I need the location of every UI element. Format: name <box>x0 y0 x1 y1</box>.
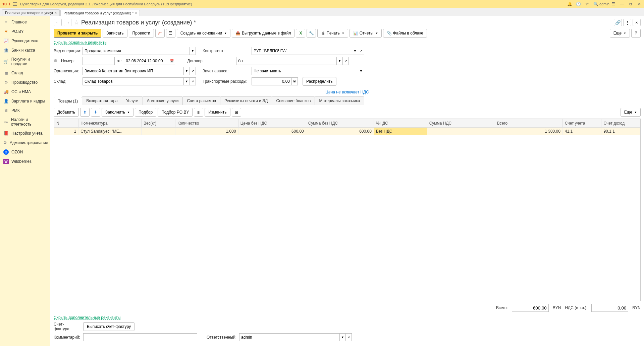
hide-main-link[interactable]: Скрыть основные реквизиты <box>54 40 107 45</box>
settings-icon[interactable]: ☰ <box>610 1 616 7</box>
tab-print[interactable]: Реквизиты печати и ЭД <box>220 96 272 105</box>
dropdown-icon[interactable]: ▼ <box>358 67 364 75</box>
save-button[interactable]: Записать <box>103 29 127 38</box>
grid-icon[interactable]: ⊞ <box>232 108 241 117</box>
history-icon[interactable]: 🕓 <box>576 1 581 7</box>
export-button[interactable]: 📤Выгрузить данные в файл <box>232 29 294 38</box>
cell-sum[interactable]: 600,00 <box>306 128 374 135</box>
fill-button[interactable]: Заполнить▼ <box>102 108 133 117</box>
sidebar-item-rmk[interactable]: 🖥РМК <box>0 106 50 115</box>
cell-qty[interactable]: 1,000 <box>175 128 238 135</box>
tool-icon[interactable]: 🔧 <box>307 29 316 38</box>
cell-acc2[interactable]: 90.1.1 <box>601 128 640 135</box>
open-icon[interactable]: ↗ <box>190 77 196 85</box>
tab-accounts[interactable]: Счета расчетов <box>182 96 220 105</box>
more-button[interactable]: Еще▼ <box>610 29 630 38</box>
col-sum[interactable]: Сумма без НДС <box>306 119 374 128</box>
sidebar-item-main[interactable]: ≡Главное <box>0 17 50 27</box>
forward-button[interactable]: → <box>64 19 72 26</box>
excel-icon[interactable]: X <box>296 29 305 38</box>
col-nom[interactable]: Номенклатура <box>78 119 142 128</box>
post-close-button[interactable]: Провести и закрыть <box>54 29 101 38</box>
goods-table[interactable]: N Номенклатура Вес(кг) Количество Цена б… <box>54 119 641 301</box>
date-input[interactable] <box>124 57 169 65</box>
sidebar-item-tax[interactable]: AᴀНалоги и отчетность <box>0 115 50 129</box>
create-based-button[interactable]: Создать на основании▼ <box>177 29 230 38</box>
dropdown-icon[interactable]: ▼ <box>340 333 346 341</box>
vat-link[interactable]: Цена не включает НДС <box>325 90 369 94</box>
window-tab-active[interactable]: Реализация товаров и услуг (создание) *× <box>60 10 140 16</box>
close-page-icon[interactable]: × <box>633 19 641 26</box>
col-qty[interactable]: Количество <box>175 119 238 128</box>
total-input[interactable] <box>512 304 549 312</box>
link-icon[interactable]: 🔗 <box>614 19 622 26</box>
col-total[interactable]: Всего <box>495 119 562 128</box>
tab-blanks[interactable]: Списание бланков <box>272 96 315 105</box>
cell-price[interactable]: 600,00 <box>238 128 306 135</box>
dropdown-icon[interactable]: ▼ <box>190 47 196 55</box>
contract-input[interactable] <box>236 57 337 65</box>
favorite-icon[interactable]: ☆ <box>74 19 79 26</box>
cell-total[interactable]: 1 300,00 <box>495 128 562 135</box>
open-icon[interactable]: ↗ <box>343 57 349 65</box>
col-price[interactable]: Цена без НДС <box>238 119 306 128</box>
tab-returnable[interactable]: Возвратная тара <box>82 96 122 105</box>
col-weight[interactable]: Вес(кг) <box>141 119 175 128</box>
dt-kt-icon[interactable]: Дт <box>155 29 165 38</box>
help-button[interactable]: ? <box>631 29 641 38</box>
tab-customer-mat[interactable]: Материалы заказчика <box>315 96 364 105</box>
advance-input[interactable] <box>252 67 358 75</box>
sidebar-item-bank[interactable]: 🏦Банк и касса <box>0 46 50 55</box>
sidebar-item-ozon[interactable]: OOZON <box>0 147 50 157</box>
cell-nom[interactable]: Стул Sandalyeci "ME... <box>78 128 142 135</box>
reports-button[interactable]: 📊Отчеты▼ <box>350 29 382 38</box>
move-down-icon[interactable]: ⬇ <box>91 108 100 117</box>
operation-input[interactable] <box>83 47 190 55</box>
select-button[interactable]: Подбор <box>135 108 156 117</box>
sidebar-item-warehouse[interactable]: ▦Склад <box>0 68 50 78</box>
dropdown-icon[interactable]: ▼ <box>337 57 343 65</box>
sidebar-item-production[interactable]: ⚙Производство <box>0 78 50 87</box>
transport-input[interactable] <box>252 77 292 85</box>
tab-services[interactable]: Услуги <box>122 96 143 105</box>
window-tab[interactable]: Реализация товаров и услуг× <box>2 9 60 16</box>
user-label[interactable]: admin <box>602 1 607 7</box>
invoice-button[interactable]: Выписать счет-фактуру <box>83 322 135 331</box>
close-icon[interactable]: × <box>55 11 57 15</box>
sidebar-item-settings[interactable]: 📕Настройки учета <box>0 129 50 138</box>
sidebar-item-assets[interactable]: 🚚ОС и НМА <box>0 87 50 96</box>
sidebar-item-wb[interactable]: WWildberries <box>0 157 50 166</box>
sidebar-item-hr[interactable]: 👤Зарплата и кадры <box>0 96 50 106</box>
print-button[interactable]: 🖨Печать▼ <box>317 29 348 38</box>
sidebar-item-sales[interactable]: 🛒Покупки и продажи <box>0 55 50 68</box>
post-button[interactable]: Провести <box>129 29 154 38</box>
dropdown-icon[interactable]: ▼ <box>184 77 190 85</box>
move-up-icon[interactable]: ⬆ <box>80 108 90 117</box>
org-input[interactable] <box>83 67 184 75</box>
warehouse-input[interactable] <box>83 77 184 85</box>
col-acc[interactable]: Счет учета <box>562 119 601 128</box>
col-vat-sum[interactable]: Сумма НДС <box>427 119 495 128</box>
barcode-icon[interactable]: ⫼ <box>194 108 203 117</box>
sidebar-item-admin[interactable]: ⚙Администрирование <box>0 138 50 147</box>
restore-icon[interactable]: ⧉ <box>628 1 633 7</box>
close-icon[interactable]: × <box>135 11 137 15</box>
vat-inc-input[interactable] <box>591 304 628 312</box>
table-row[interactable]: 1 Стул Sandalyeci "ME... 1,000 600,00 60… <box>54 128 640 135</box>
search-icon[interactable]: 🔍 <box>593 1 598 7</box>
cell-vat-sum[interactable] <box>427 128 495 135</box>
cell-acc[interactable]: 41.1 <box>562 128 601 135</box>
col-acc2[interactable]: Счет доход <box>601 119 640 128</box>
menu-icon[interactable]: ⋮ <box>623 19 631 26</box>
cloud-files-button[interactable]: 📎Файлы в облаке <box>383 29 427 38</box>
comment-input[interactable] <box>83 333 197 341</box>
dropdown-icon[interactable]: ▼ <box>352 47 358 55</box>
contractor-input[interactable] <box>252 47 352 55</box>
open-icon[interactable]: ↗ <box>358 47 364 55</box>
sidebar-item-poby[interactable]: ✱PO.BY <box>0 27 50 36</box>
star-icon[interactable]: ☆ <box>584 1 590 7</box>
select-poby-button[interactable]: Подбор PO.BY <box>158 108 193 117</box>
responsible-input[interactable] <box>239 333 340 341</box>
dropdown-icon[interactable]: ▼ <box>184 67 190 75</box>
cell-weight[interactable] <box>141 128 175 135</box>
